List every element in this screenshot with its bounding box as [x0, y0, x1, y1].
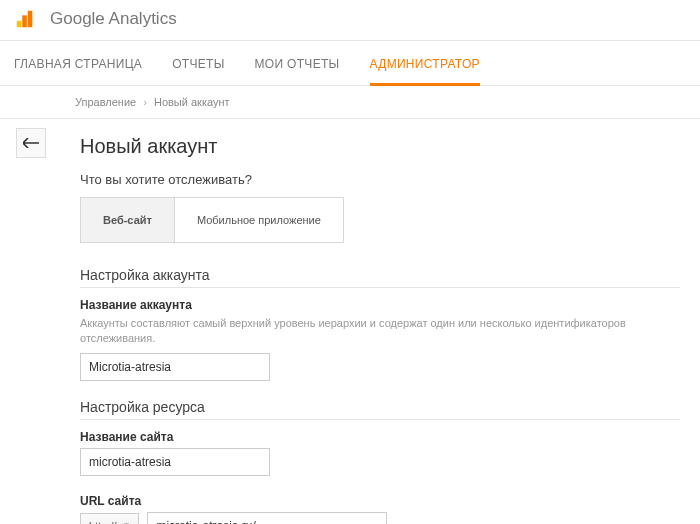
tab-reports[interactable]: ОТЧЕТЫ: [172, 57, 224, 85]
breadcrumb-current: Новый аккаунт: [154, 96, 230, 108]
account-setup-title: Настройка аккаунта: [80, 267, 680, 288]
track-question: Что вы хотите отслеживать?: [80, 172, 680, 187]
account-name-input[interactable]: [80, 353, 270, 381]
page-title: Новый аккаунт: [80, 135, 680, 158]
url-scheme-select[interactable]: http:// ▼: [80, 513, 139, 524]
tab-admin[interactable]: АДМИНИСТРАТОР: [370, 57, 480, 86]
breadcrumb-root[interactable]: Управление: [75, 96, 136, 108]
tab-home[interactable]: ГЛАВНАЯ СТРАНИЦА: [14, 57, 142, 85]
url-scheme-value: http://: [89, 520, 117, 524]
site-name-label: Название сайта: [80, 430, 680, 444]
site-url-field: URL сайта http:// ▼: [80, 494, 680, 524]
site-url-input[interactable]: [147, 512, 387, 524]
svg-rect-1: [22, 15, 27, 27]
ga-logo-icon: [14, 8, 36, 30]
main-tabs: ГЛАВНАЯ СТРАНИЦА ОТЧЕТЫ МОИ ОТЧЕТЫ АДМИН…: [0, 41, 700, 86]
site-name-input[interactable]: [80, 448, 270, 476]
content: Новый аккаунт Что вы хотите отслеживать?…: [0, 119, 700, 524]
track-segmented: Веб-сайт Мобильное приложение: [80, 197, 344, 243]
breadcrumb-sep: ›: [143, 96, 147, 108]
tab-my-reports[interactable]: МОИ ОТЧЕТЫ: [255, 57, 340, 85]
svg-rect-2: [28, 11, 33, 28]
account-name-field: Название аккаунта Аккаунты составляют са…: [80, 298, 680, 381]
app-title: Google Analytics: [50, 9, 177, 29]
track-mobile-button[interactable]: Мобильное приложение: [175, 198, 343, 242]
site-name-field: Название сайта: [80, 430, 680, 476]
site-url-label: URL сайта: [80, 494, 680, 508]
account-name-label: Название аккаунта: [80, 298, 680, 312]
account-name-help: Аккаунты составляют самый верхний уровен…: [80, 316, 680, 347]
breadcrumb: Управление › Новый аккаунт: [0, 86, 700, 119]
topbar: Google Analytics: [0, 0, 700, 41]
property-setup-title: Настройка ресурса: [80, 399, 680, 420]
track-website-button[interactable]: Веб-сайт: [81, 198, 175, 242]
svg-rect-0: [17, 21, 22, 27]
